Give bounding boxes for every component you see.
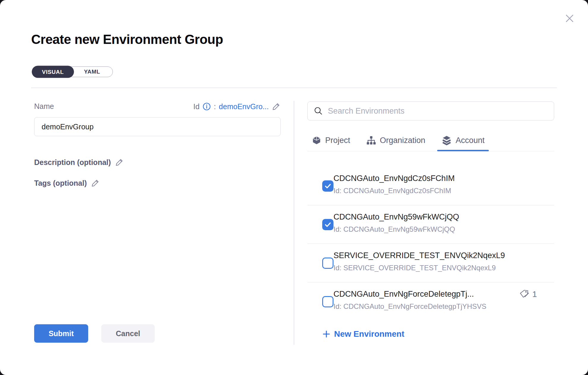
- name-input[interactable]: [34, 117, 281, 136]
- tab-project-label: Project: [325, 136, 350, 145]
- toggle-yaml[interactable]: YAML: [72, 66, 113, 77]
- search-input[interactable]: [328, 107, 548, 116]
- plus-icon: [322, 330, 331, 338]
- environment-id: Id: CDCNGAuto_EnvNgForceDeletegpTjYHSVS: [333, 302, 516, 311]
- search-box: [307, 101, 554, 120]
- environment-row[interactable]: CDCNGAuto_EnvNgdCz0sFChIM Id: CDCNGAuto_…: [307, 167, 554, 205]
- environment-name: CDCNGAuto_EnvNgdCz0sFChIM: [333, 174, 516, 183]
- tag-count: 1: [532, 290, 537, 299]
- environment-selector-panel: Project Organization Account: [307, 101, 554, 120]
- environment-row[interactable]: CDCNGAuto_EnvNgForceDeletegpTj... Id: CD…: [307, 282, 554, 311]
- description-label: Description (optional): [34, 158, 111, 167]
- cancel-button[interactable]: Cancel: [101, 324, 155, 343]
- create-environment-group-dialog: Create new Environment Group VISUAL YAML…: [0, 0, 588, 375]
- tab-account-label: Account: [456, 136, 485, 145]
- environment-row[interactable]: SERVICE_OVERRIDE_TEST_ENVQik2NqexL9 Id: …: [307, 244, 554, 282]
- id-colon: :: [214, 102, 216, 111]
- search-icon: [314, 106, 323, 116]
- cube-icon: [312, 135, 322, 145]
- id-label: Id: [193, 102, 200, 111]
- edit-id-pencil-icon[interactable]: [272, 102, 281, 111]
- description-row: Description (optional): [34, 158, 124, 167]
- tags-label: Tags (optional): [34, 179, 87, 188]
- tab-organization-label: Organization: [380, 136, 425, 145]
- environment-id: Id: CDCNGAuto_EnvNgdCz0sFChIM: [333, 187, 516, 195]
- header-divider: [31, 88, 557, 88]
- tab-project[interactable]: Project: [307, 131, 354, 150]
- environment-row[interactable]: CDCNGAuto_EnvNg59wFkWCjQQ Id: CDCNGAuto_…: [307, 205, 554, 244]
- layers-icon: [441, 135, 452, 146]
- environment-id: Id: SERVICE_OVERRIDE_TEST_ENVQik2NqexL9: [333, 264, 516, 272]
- scope-tabs: Project Organization Account: [307, 131, 554, 151]
- environment-name: CDCNGAuto_EnvNgForceDeletegpTj...: [333, 290, 516, 299]
- tag-icon: [519, 289, 530, 300]
- edit-description-pencil-icon[interactable]: [115, 158, 124, 167]
- environment-checkbox[interactable]: [322, 296, 333, 307]
- edit-tags-pencil-icon[interactable]: [91, 179, 100, 188]
- environment-name: SERVICE_OVERRIDE_TEST_ENVQik2NqexL9: [333, 251, 516, 260]
- panel-divider: [294, 101, 294, 345]
- id-value-link[interactable]: demoEnvGro...: [219, 102, 269, 111]
- id-row: Id : demoEnvGro...: [34, 102, 281, 111]
- environment-checkbox[interactable]: [322, 219, 333, 230]
- close-button[interactable]: [563, 12, 576, 25]
- tags-row: Tags (optional): [34, 179, 100, 188]
- toggle-visual[interactable]: VISUAL: [32, 66, 74, 78]
- new-environment-button[interactable]: New Environment: [322, 329, 404, 339]
- org-chart-icon: [366, 135, 376, 145]
- check-icon: [324, 221, 332, 228]
- check-icon: [324, 182, 332, 190]
- info-icon[interactable]: [203, 102, 211, 111]
- tag-count-badge: 1: [519, 289, 537, 300]
- environment-id: Id: CDCNGAuto_EnvNg59wFkWCjQQ: [333, 225, 516, 233]
- close-icon: [564, 13, 575, 24]
- environment-checkbox[interactable]: [322, 180, 333, 192]
- submit-button[interactable]: Submit: [34, 324, 88, 343]
- visual-yaml-toggle: VISUAL YAML: [32, 66, 113, 77]
- page-title: Create new Environment Group: [31, 32, 223, 47]
- environment-name: CDCNGAuto_EnvNg59wFkWCjQQ: [333, 212, 516, 222]
- tab-organization[interactable]: Organization: [362, 131, 429, 150]
- tab-account[interactable]: Account: [437, 131, 489, 150]
- environment-list: CDCNGAuto_EnvNgdCz0sFChIM Id: CDCNGAuto_…: [307, 151, 554, 311]
- new-environment-label: New Environment: [334, 329, 404, 339]
- environment-checkbox[interactable]: [322, 258, 333, 269]
